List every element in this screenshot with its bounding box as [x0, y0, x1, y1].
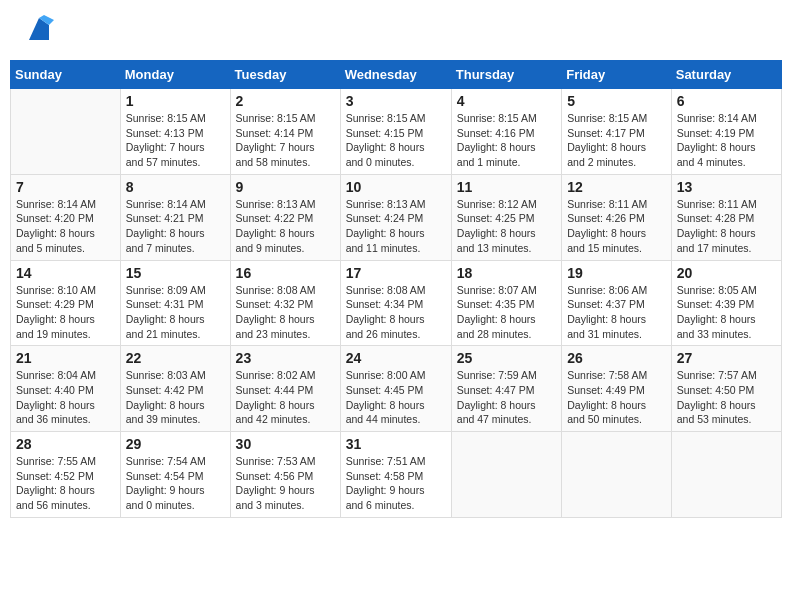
- day-number: 12: [567, 179, 666, 195]
- calendar-week-row: 14Sunrise: 8:10 AM Sunset: 4:29 PM Dayli…: [11, 260, 782, 346]
- day-info: Sunrise: 8:00 AM Sunset: 4:45 PM Dayligh…: [346, 368, 446, 427]
- weekday-header-saturday: Saturday: [671, 61, 781, 89]
- day-info: Sunrise: 7:54 AM Sunset: 4:54 PM Dayligh…: [126, 454, 225, 513]
- day-number: 10: [346, 179, 446, 195]
- calendar-cell: 23Sunrise: 8:02 AM Sunset: 4:44 PM Dayli…: [230, 346, 340, 432]
- day-info: Sunrise: 8:11 AM Sunset: 4:26 PM Dayligh…: [567, 197, 666, 256]
- calendar-table: SundayMondayTuesdayWednesdayThursdayFrid…: [10, 60, 782, 518]
- day-info: Sunrise: 8:07 AM Sunset: 4:35 PM Dayligh…: [457, 283, 556, 342]
- day-number: 25: [457, 350, 556, 366]
- calendar-cell: 24Sunrise: 8:00 AM Sunset: 4:45 PM Dayli…: [340, 346, 451, 432]
- calendar-cell: 18Sunrise: 8:07 AM Sunset: 4:35 PM Dayli…: [451, 260, 561, 346]
- day-info: Sunrise: 8:08 AM Sunset: 4:34 PM Dayligh…: [346, 283, 446, 342]
- day-info: Sunrise: 8:15 AM Sunset: 4:17 PM Dayligh…: [567, 111, 666, 170]
- calendar-cell: 20Sunrise: 8:05 AM Sunset: 4:39 PM Dayli…: [671, 260, 781, 346]
- calendar-cell: 14Sunrise: 8:10 AM Sunset: 4:29 PM Dayli…: [11, 260, 121, 346]
- weekday-header-wednesday: Wednesday: [340, 61, 451, 89]
- day-info: Sunrise: 8:13 AM Sunset: 4:24 PM Dayligh…: [346, 197, 446, 256]
- day-number: 13: [677, 179, 776, 195]
- calendar-cell: 19Sunrise: 8:06 AM Sunset: 4:37 PM Dayli…: [562, 260, 672, 346]
- calendar-cell: 17Sunrise: 8:08 AM Sunset: 4:34 PM Dayli…: [340, 260, 451, 346]
- day-number: 2: [236, 93, 335, 109]
- page-header: [10, 10, 782, 50]
- calendar-cell: 31Sunrise: 7:51 AM Sunset: 4:58 PM Dayli…: [340, 432, 451, 518]
- day-number: 11: [457, 179, 556, 195]
- weekday-header-row: SundayMondayTuesdayWednesdayThursdayFrid…: [11, 61, 782, 89]
- weekday-header-friday: Friday: [562, 61, 672, 89]
- calendar-cell: 27Sunrise: 7:57 AM Sunset: 4:50 PM Dayli…: [671, 346, 781, 432]
- day-info: Sunrise: 8:05 AM Sunset: 4:39 PM Dayligh…: [677, 283, 776, 342]
- day-info: Sunrise: 8:13 AM Sunset: 4:22 PM Dayligh…: [236, 197, 335, 256]
- calendar-cell: 25Sunrise: 7:59 AM Sunset: 4:47 PM Dayli…: [451, 346, 561, 432]
- day-info: Sunrise: 7:58 AM Sunset: 4:49 PM Dayligh…: [567, 368, 666, 427]
- day-number: 14: [16, 265, 115, 281]
- calendar-cell: [11, 89, 121, 175]
- day-number: 7: [16, 179, 115, 195]
- day-info: Sunrise: 8:08 AM Sunset: 4:32 PM Dayligh…: [236, 283, 335, 342]
- day-number: 28: [16, 436, 115, 452]
- calendar-cell: 4Sunrise: 8:15 AM Sunset: 4:16 PM Daylig…: [451, 89, 561, 175]
- day-number: 26: [567, 350, 666, 366]
- logo-icon: [24, 15, 54, 45]
- day-number: 18: [457, 265, 556, 281]
- calendar-cell: 8Sunrise: 8:14 AM Sunset: 4:21 PM Daylig…: [120, 174, 230, 260]
- day-info: Sunrise: 8:03 AM Sunset: 4:42 PM Dayligh…: [126, 368, 225, 427]
- day-info: Sunrise: 7:53 AM Sunset: 4:56 PM Dayligh…: [236, 454, 335, 513]
- calendar-week-row: 7Sunrise: 8:14 AM Sunset: 4:20 PM Daylig…: [11, 174, 782, 260]
- weekday-header-thursday: Thursday: [451, 61, 561, 89]
- day-number: 31: [346, 436, 446, 452]
- calendar-cell: 1Sunrise: 8:15 AM Sunset: 4:13 PM Daylig…: [120, 89, 230, 175]
- calendar-cell: 2Sunrise: 8:15 AM Sunset: 4:14 PM Daylig…: [230, 89, 340, 175]
- day-info: Sunrise: 8:15 AM Sunset: 4:14 PM Dayligh…: [236, 111, 335, 170]
- day-number: 20: [677, 265, 776, 281]
- calendar-cell: 6Sunrise: 8:14 AM Sunset: 4:19 PM Daylig…: [671, 89, 781, 175]
- day-number: 24: [346, 350, 446, 366]
- calendar-cell: 10Sunrise: 8:13 AM Sunset: 4:24 PM Dayli…: [340, 174, 451, 260]
- day-info: Sunrise: 8:06 AM Sunset: 4:37 PM Dayligh…: [567, 283, 666, 342]
- day-info: Sunrise: 8:10 AM Sunset: 4:29 PM Dayligh…: [16, 283, 115, 342]
- day-number: 27: [677, 350, 776, 366]
- calendar-cell: 28Sunrise: 7:55 AM Sunset: 4:52 PM Dayli…: [11, 432, 121, 518]
- calendar-cell: 7Sunrise: 8:14 AM Sunset: 4:20 PM Daylig…: [11, 174, 121, 260]
- calendar-cell: 11Sunrise: 8:12 AM Sunset: 4:25 PM Dayli…: [451, 174, 561, 260]
- calendar-cell: 30Sunrise: 7:53 AM Sunset: 4:56 PM Dayli…: [230, 432, 340, 518]
- day-number: 17: [346, 265, 446, 281]
- logo: [20, 15, 54, 45]
- day-info: Sunrise: 7:55 AM Sunset: 4:52 PM Dayligh…: [16, 454, 115, 513]
- day-number: 30: [236, 436, 335, 452]
- day-info: Sunrise: 7:51 AM Sunset: 4:58 PM Dayligh…: [346, 454, 446, 513]
- weekday-header-tuesday: Tuesday: [230, 61, 340, 89]
- calendar-cell: [451, 432, 561, 518]
- day-info: Sunrise: 8:15 AM Sunset: 4:13 PM Dayligh…: [126, 111, 225, 170]
- calendar-week-row: 21Sunrise: 8:04 AM Sunset: 4:40 PM Dayli…: [11, 346, 782, 432]
- calendar-cell: 15Sunrise: 8:09 AM Sunset: 4:31 PM Dayli…: [120, 260, 230, 346]
- weekday-header-sunday: Sunday: [11, 61, 121, 89]
- day-number: 6: [677, 93, 776, 109]
- day-number: 5: [567, 93, 666, 109]
- day-number: 1: [126, 93, 225, 109]
- calendar-week-row: 28Sunrise: 7:55 AM Sunset: 4:52 PM Dayli…: [11, 432, 782, 518]
- calendar-cell: 5Sunrise: 8:15 AM Sunset: 4:17 PM Daylig…: [562, 89, 672, 175]
- day-number: 22: [126, 350, 225, 366]
- day-info: Sunrise: 8:14 AM Sunset: 4:21 PM Dayligh…: [126, 197, 225, 256]
- day-info: Sunrise: 7:57 AM Sunset: 4:50 PM Dayligh…: [677, 368, 776, 427]
- day-info: Sunrise: 8:12 AM Sunset: 4:25 PM Dayligh…: [457, 197, 556, 256]
- day-number: 9: [236, 179, 335, 195]
- day-info: Sunrise: 8:15 AM Sunset: 4:16 PM Dayligh…: [457, 111, 556, 170]
- day-number: 3: [346, 93, 446, 109]
- calendar-cell: [671, 432, 781, 518]
- calendar-cell: 29Sunrise: 7:54 AM Sunset: 4:54 PM Dayli…: [120, 432, 230, 518]
- day-info: Sunrise: 8:14 AM Sunset: 4:20 PM Dayligh…: [16, 197, 115, 256]
- calendar-cell: 22Sunrise: 8:03 AM Sunset: 4:42 PM Dayli…: [120, 346, 230, 432]
- day-number: 23: [236, 350, 335, 366]
- day-info: Sunrise: 8:14 AM Sunset: 4:19 PM Dayligh…: [677, 111, 776, 170]
- calendar-cell: 26Sunrise: 7:58 AM Sunset: 4:49 PM Dayli…: [562, 346, 672, 432]
- day-info: Sunrise: 8:02 AM Sunset: 4:44 PM Dayligh…: [236, 368, 335, 427]
- day-number: 8: [126, 179, 225, 195]
- day-number: 16: [236, 265, 335, 281]
- day-number: 29: [126, 436, 225, 452]
- day-number: 19: [567, 265, 666, 281]
- calendar-cell: 12Sunrise: 8:11 AM Sunset: 4:26 PM Dayli…: [562, 174, 672, 260]
- calendar-week-row: 1Sunrise: 8:15 AM Sunset: 4:13 PM Daylig…: [11, 89, 782, 175]
- day-info: Sunrise: 8:09 AM Sunset: 4:31 PM Dayligh…: [126, 283, 225, 342]
